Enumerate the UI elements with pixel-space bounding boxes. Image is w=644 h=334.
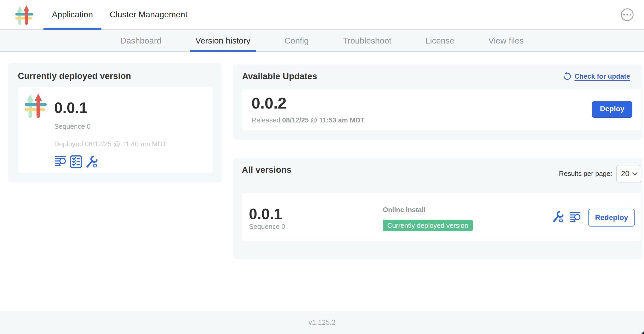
currently-deployed-badge: Currently deployed version	[383, 220, 473, 231]
more-menu-button[interactable]	[621, 8, 634, 21]
subnav-tab-dashboard-label: Dashboard	[120, 36, 161, 46]
currently-deployed-inner-card: 0.0.1 Sequence 0 Deployed 08/12/25 @ 11:…	[18, 87, 213, 173]
config-icon[interactable]	[85, 155, 98, 168]
subnav-tab-license[interactable]: License	[420, 30, 460, 51]
row-version-number: 0.0.1	[249, 206, 282, 222]
dot-icon	[623, 14, 625, 15]
subnav-tab-dashboard[interactable]: Dashboard	[115, 30, 167, 51]
subnav-tab-license-label: License	[425, 36, 454, 46]
deploy-button[interactable]: Deploy	[592, 101, 632, 118]
refresh-icon	[563, 72, 571, 80]
console-version: v1.125.2	[308, 319, 336, 327]
release-notes-icon[interactable]	[569, 212, 581, 222]
results-per-page-value: 20	[621, 169, 629, 178]
dot-icon	[626, 14, 628, 15]
tab-application[interactable]: Application	[43, 0, 101, 29]
subnav-tab-troubleshoot[interactable]: Troubleshoot	[337, 30, 397, 51]
current-version-number: 0.0.1	[54, 100, 88, 116]
currently-deployed-title: Currently deployed version	[18, 71, 213, 81]
app-subnav: Dashboard Version history Config Trouble…	[0, 30, 644, 52]
app-logo-icon	[15, 4, 34, 25]
config-icon[interactable]	[552, 211, 564, 223]
subnav-tab-troubleshoot-label: Troubleshoot	[343, 36, 391, 46]
tab-cluster-management[interactable]: Cluster Management	[101, 0, 196, 29]
release-notes-icon[interactable]	[54, 155, 67, 167]
check-for-update-label: Check for update	[575, 72, 630, 80]
subnav-tab-version-history-label: Version history	[195, 36, 250, 46]
subnav-tab-version-history[interactable]: Version history	[190, 30, 256, 51]
deployed-timestamp: Deployed 08/12/25 @ 11:40 am MDT	[54, 140, 167, 148]
tab-application-label: Application	[52, 10, 93, 19]
available-updates-card: Available Updates Check for update 0.0.2…	[233, 64, 642, 140]
update-version-number: 0.0.2	[252, 95, 286, 112]
available-update-row: 0.0.2 Released 08/12/25 @ 11:53 am MDT D…	[242, 89, 641, 130]
all-versions-title: All versions	[242, 165, 291, 175]
current-version-sequence: Sequence 0	[54, 122, 91, 130]
currently-deployed-card: Currently deployed version 0.0.1 Sequenc…	[8, 63, 222, 182]
subnav-tab-view-files-label: View files	[488, 36, 524, 46]
results-per-page-label: Results per page:	[559, 170, 612, 178]
corner-artifact	[641, 331, 644, 334]
all-versions-card: All versions Results per page: 20 0.0.1 …	[233, 158, 642, 259]
available-updates-title: Available Updates	[242, 71, 317, 81]
page-footer: v1.125.2	[0, 311, 644, 334]
app-logo-icon	[25, 92, 47, 173]
redeploy-button[interactable]: Redeploy	[588, 209, 635, 227]
dot-icon	[630, 14, 631, 15]
version-row: 0.0.1 Sequence 0 Online Install Currentl…	[242, 193, 641, 241]
results-per-page-select[interactable]: 20	[616, 165, 641, 182]
top-navbar: Application Cluster Management	[0, 0, 644, 30]
row-version-sequence: Sequence 0	[249, 223, 285, 230]
navbar-tabs: Application Cluster Management	[43, 0, 196, 29]
subnav-tab-config[interactable]: Config	[279, 30, 314, 51]
check-for-update-link[interactable]: Check for update	[563, 72, 630, 80]
tab-cluster-management-label: Cluster Management	[110, 10, 188, 19]
preflight-checks-icon[interactable]	[70, 155, 82, 168]
subnav-tab-view-files[interactable]: View files	[483, 30, 529, 51]
subnav-tab-config-label: Config	[285, 36, 309, 46]
install-type-label: Online Install	[383, 206, 425, 214]
released-timestamp: Released 08/12/25 @ 11:53 am MDT	[252, 116, 365, 124]
chevron-down-icon	[632, 172, 637, 175]
